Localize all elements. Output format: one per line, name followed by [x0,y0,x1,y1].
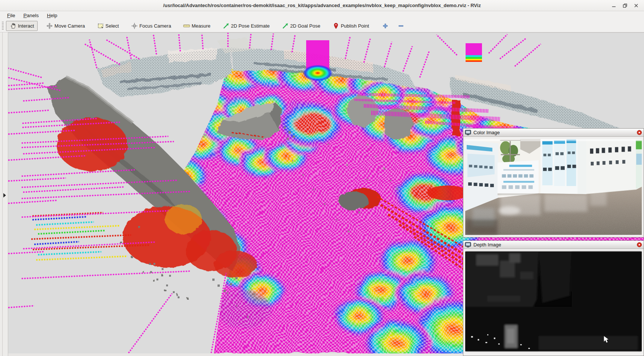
focus-crosshair-icon [131,23,138,29]
tool-button-publish-point[interactable]: Publish Point [329,21,373,31]
red-patch [427,186,468,201]
minimize-button window-minimize-icon[interactable] [608,1,619,10]
expand-panel-handle right-triangle-icon[interactable] [3,193,6,198]
tool-label: Select [105,23,119,29]
tool-label: 2D Goal Pose [290,23,320,29]
green-pose-arrow-icon [282,23,289,29]
tool-label: 2D Pose Estimate [231,23,270,29]
toolbar-drag-handle[interactable] [2,22,4,31]
menu-item-panels[interactable]: Panels [19,12,43,19]
color-image-view [465,139,642,237]
panel-title: Color Image [473,130,637,135]
tool-button-focus-camera[interactable]: Focus Camera [127,21,175,31]
color-image-panel: Color Image [463,128,644,237]
window-title: /usr/local/Advantech/ros/container/ros-d… [163,3,481,8]
ruler-icon [183,23,190,29]
depth-image-view [465,251,642,353]
panel-title: Depth Image [473,242,637,248]
depth-image-panel: Depth Image [463,240,644,356]
toolbar-extra-buttons [381,22,412,31]
tool-button-2d-pose-estimate[interactable]: 2D Pose Estimate [219,21,273,31]
close-icon[interactable] [637,242,642,248]
color-image-panel-header[interactable]: Color Image [463,129,644,137]
hand-cursor-icon [10,23,16,29]
restore-button window-restore-icon[interactable] [619,1,631,10]
tool-button-move-camera[interactable]: Move Camera [42,21,89,31]
image-display-icon [465,130,471,135]
close-icon[interactable] [637,130,642,135]
tool-label: Interact [18,23,34,29]
window-controls [608,0,642,11]
image-display-icon [465,242,471,248]
tool-button-2d-goal-pose[interactable]: 2D Goal Pose [278,21,324,31]
depth-image-panel-header[interactable]: Depth Image [463,241,644,249]
tool-button-interact[interactable]: Interact [6,21,38,31]
move-arrows-icon [46,23,53,29]
selection-box-icon [97,23,104,29]
tool-label: Measure [191,23,210,29]
map-pin-icon [333,23,339,29]
tool-button-measure[interactable]: Measure [180,21,214,31]
strip-divider [2,32,3,356]
menu-bar: FilePanelsHelp [0,11,644,20]
tool-button-select[interactable]: Select [93,21,123,31]
add-tool-button blue-plus-icon[interactable] [381,22,390,31]
displays-panel-collapsed-strip [0,32,8,356]
toolbar: InteractMove CameraSelectFocus CameraMea… [0,20,644,32]
green-pose-arrow-icon [223,23,229,29]
menu-item-file[interactable]: File [3,12,19,19]
remove-tool-button blue-minus-icon[interactable] [396,22,406,31]
menu-item-help[interactable]: Help [43,12,61,19]
close-button window-close-icon[interactable] [631,1,642,10]
tool-buttons: InteractMove CameraSelectFocus CameraMea… [6,21,378,31]
tool-label: Publish Point [341,23,369,29]
title-bar[interactable]: /usr/local/Advantech/ros/container/ros-d… [0,0,644,11]
tool-label: Focus Camera [139,23,171,29]
tool-label: Move Camera [54,23,85,29]
